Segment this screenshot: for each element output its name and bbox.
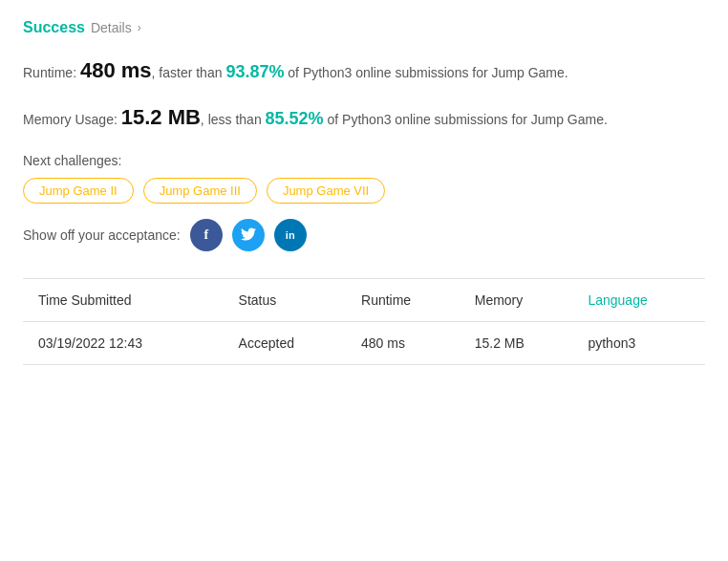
challenge-btn-jump-game-ii[interactable]: Jump Game II [23,178,134,204]
breadcrumb-row: Success Details › [23,19,705,36]
challenge-btn-jump-game-vii[interactable]: Jump Game VII [267,178,385,204]
submissions-table: Time Submitted Status Runtime Memory Lan… [23,279,705,365]
memory-prefix: Memory Usage: [23,112,121,127]
page-wrapper: Success Details › Runtime: 480 ms, faste… [0,0,728,384]
success-label: Success [23,19,85,36]
memory-section: Memory Usage: 15.2 MB, less than 85.52% … [23,100,705,134]
memory-suffix: of Python3 online submissions for Jump G… [324,112,608,127]
main-container: Success Details › Runtime: 480 ms, faste… [0,0,728,384]
challenge-btn-jump-game-iii[interactable]: Jump Game III [143,178,257,204]
runtime-prefix: Runtime: [23,65,80,80]
table-header-row: Time Submitted Status Runtime Memory Lan… [23,279,705,322]
cell-time-submitted: 03/19/2022 12:43 [23,322,227,365]
chevron-right-icon: › [138,21,141,34]
linkedin-icon: in [286,229,295,241]
facebook-share-button[interactable]: f [190,219,223,251]
runtime-suffix: of Python3 online submissions for Jump G… [284,65,567,80]
cell-language: python3 [576,322,705,365]
runtime-value: 480 ms [80,58,152,82]
col-header-language: Language [576,279,705,322]
twitter-icon [241,227,256,244]
share-row: Show off your acceptance: f in [23,219,705,251]
cell-status: Accepted [227,322,350,365]
facebook-icon: f [203,227,208,243]
cell-runtime: 480 ms [350,322,463,365]
runtime-section: Runtime: 480 ms, faster than 93.87% of P… [23,54,705,87]
twitter-share-button[interactable] [232,219,265,251]
col-header-runtime: Runtime [350,279,463,322]
col-header-time-submitted: Time Submitted [23,279,227,322]
details-link[interactable]: Details [91,20,132,35]
runtime-middle: , faster than [152,65,226,80]
col-header-status: Status [227,279,350,322]
linkedin-share-button[interactable]: in [274,219,307,251]
share-label: Show off your acceptance: [23,227,181,243]
challenge-buttons: Jump Game II Jump Game III Jump Game VII [23,178,705,204]
cell-memory: 15.2 MB [463,322,577,365]
memory-middle: , less than [201,112,266,127]
table-row: 03/19/2022 12:43Accepted480 ms15.2 MBpyt… [23,322,705,365]
memory-value: 15.2 MB [121,105,201,129]
memory-percentage: 85.52% [266,109,324,128]
col-header-memory: Memory [463,279,577,322]
next-challenges-label: Next challenges: [23,153,705,168]
runtime-percentage: 93.87% [225,62,284,81]
